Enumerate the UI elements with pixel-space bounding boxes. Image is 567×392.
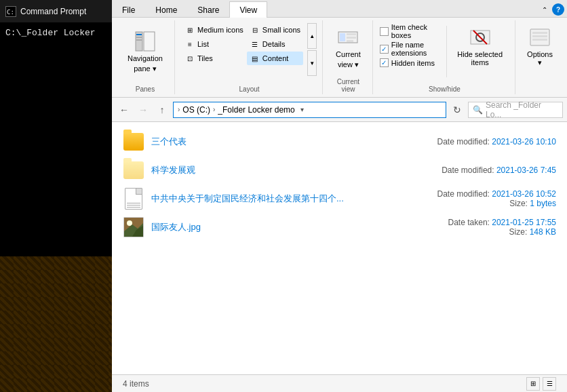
minimize-ribbon-btn[interactable]: ⌃	[539, 3, 551, 16]
svg-rect-16	[532, 32, 547, 34]
nav-pane-sublabel: pane ▾	[134, 64, 157, 73]
list-item[interactable]: 三个代表 Date modified: 2021-03-26 10:10	[112, 128, 567, 156]
nav-pane-button[interactable]: Navigation pane ▾	[121, 27, 169, 77]
meta-date: 2021-01-25	[492, 218, 533, 227]
meta-time: 10:52	[536, 189, 556, 199]
list-item[interactable]: 中共中央关于制定国民经济和社会发展第十四个... Date modified: …	[112, 184, 567, 213]
ribbon-group-options: Options ▾ _	[517, 20, 563, 94]
showhide-group-content: Item check boxes ✓ File name extensions …	[380, 20, 509, 83]
breadcrumb-arrow-icon: ›	[213, 106, 215, 113]
layout-content[interactable]: ▤ Content	[247, 52, 303, 65]
tiles-icon: ⊡	[184, 53, 195, 64]
layout-group-label: Layout	[182, 83, 317, 94]
document-icon	[123, 188, 144, 210]
back-button[interactable]: ←	[116, 102, 132, 118]
meta-label: Date modified:	[437, 189, 490, 199]
ribbon-group-layout: ⊞ Medium icons ⊟ Small icons ≡ List ☰	[176, 20, 323, 94]
item-checkboxes-option[interactable]: Item check boxes	[380, 23, 442, 39]
size-value: 148 KB	[530, 227, 556, 237]
meta-time: 10:10	[536, 137, 556, 146]
item-checkboxes-cb	[380, 27, 389, 36]
meta-label: Date modified:	[442, 165, 494, 175]
layout-medium-icons[interactable]: ⊞ Medium icons	[182, 23, 246, 37]
image-thumbnail	[123, 217, 144, 237]
grid-view-button[interactable]: ⊞	[526, 377, 540, 391]
path-folder[interactable]: _Folder Locker demo	[218, 105, 294, 115]
folder-yellow-icon	[123, 133, 144, 151]
list-item[interactable]: 科学发展观 Date modified: 2021-03-26 7:45	[112, 156, 567, 184]
cmd-titlebar: C: Command Prompt	[0, 0, 112, 22]
tab-share[interactable]: Share	[187, 1, 229, 18]
tab-file[interactable]: File	[112, 1, 145, 18]
file-meta: Date modified: 2021-03-26 10:52 Size: 1 …	[437, 189, 556, 208]
current-view-button[interactable]: Current view ▾	[330, 23, 367, 73]
nav-pane-icon	[134, 31, 156, 52]
meta-label: Date modified:	[437, 137, 490, 146]
layout-scroll-down[interactable]: ▼	[307, 50, 317, 76]
address-input[interactable]: › OS (C:) › _Folder Locker demo ▾	[173, 102, 446, 118]
hide-selected-label: Hide selected items	[455, 50, 505, 66]
view-toggle: ⊞ ☰	[526, 377, 556, 391]
status-bar: 4 items ⊞ ☰	[112, 374, 567, 392]
hidden-items-cb: ✓	[380, 58, 389, 67]
forward-button[interactable]: →	[135, 102, 151, 118]
meta-time: 17:55	[536, 218, 556, 227]
meta-row: Date modified: 2021-03-26 10:52	[437, 189, 556, 199]
doc-icon-shape	[125, 188, 142, 210]
file-name: 中共中央关于制定国民经济和社会发展第十四个...	[151, 193, 431, 205]
image-icon	[123, 216, 144, 238]
tab-view[interactable]: View	[229, 1, 267, 18]
current-view-sublabel: view ▾	[338, 60, 359, 69]
file-meta: Date taken: 2021-01-25 17:55 Size: 148 K…	[448, 218, 556, 237]
svg-rect-10	[347, 37, 356, 39]
panes-group-label: Panes	[121, 83, 169, 94]
options-button[interactable]: Options ▾	[522, 23, 558, 71]
hidden-items-option[interactable]: ✓ Hidden items	[380, 58, 442, 67]
refresh-button[interactable]: ↻	[449, 102, 465, 118]
options-icon	[529, 26, 551, 48]
ribbon: File Home Share View ⌃ ?	[112, 0, 567, 98]
tab-home[interactable]: Home	[145, 1, 187, 18]
tab-controls: ⌃ ?	[536, 2, 567, 17]
file-meta: Date modified: 2021-03-26 7:45	[442, 165, 556, 175]
layout-small-icons[interactable]: ⊟ Small icons	[247, 23, 303, 37]
doc-lines	[127, 203, 140, 208]
layout-scroll-up[interactable]: ▲	[307, 23, 317, 49]
file-name-extensions-option[interactable]: ✓ File name extensions	[380, 41, 442, 57]
layout-list[interactable]: ≡ List	[182, 37, 246, 51]
list-view-button[interactable]: ☰	[543, 377, 556, 391]
breadcrumb-separator-icon: ›	[178, 106, 180, 113]
layout-details[interactable]: ☰ Details	[247, 37, 303, 51]
path-root[interactable]: OS (C:)	[182, 105, 210, 115]
showhide-items: Item check boxes ✓ File name extensions …	[380, 23, 442, 67]
ribbon-group-current-view: Current view ▾ Current view	[324, 20, 373, 94]
address-dropdown-icon[interactable]: ▾	[298, 106, 307, 113]
current-view-content: Current view ▾	[330, 20, 367, 75]
list-item[interactable]: 国际友人.jpg Date taken: 2021-01-25 17:55 Si…	[112, 213, 567, 241]
search-placeholder: Search _Folder Lo...	[486, 100, 558, 119]
options-label: Options ▾	[527, 50, 553, 67]
meta-row: Date taken: 2021-01-25 17:55	[448, 218, 556, 227]
size-row: Size: 1 bytes	[437, 199, 556, 208]
doc-line	[127, 203, 140, 203]
cmd-title: Command Prompt	[20, 7, 86, 16]
meta-date: 2021-03-26	[492, 137, 533, 146]
help-btn[interactable]: ?	[552, 3, 564, 16]
cmd-content: C:\_Folder Locker	[0, 22, 112, 256]
svg-rect-9	[347, 33, 356, 35]
folder-icon	[123, 159, 144, 181]
layout-group-content: ⊞ Medium icons ⊟ Small icons ≡ List ☰	[182, 20, 317, 83]
cmd-icon: C:	[5, 6, 16, 17]
current-view-icon	[337, 26, 359, 48]
layout-tiles[interactable]: ⊡ Tiles	[182, 52, 246, 65]
divider	[446, 26, 447, 77]
ribbon-content: Navigation pane ▾ Panes ⊞ Medium icons	[112, 18, 567, 97]
svg-rect-18	[532, 39, 547, 41]
search-box[interactable]: 🔍 Search _Folder Lo...	[468, 102, 563, 118]
small-icons-icon: ⊟	[250, 24, 260, 35]
up-button[interactable]: ↑	[154, 102, 170, 118]
hide-selected-button[interactable]: Hide selected items	[450, 23, 509, 70]
file-name: 国际友人.jpg	[151, 221, 442, 233]
file-name: 科学发展观	[151, 164, 435, 176]
file-list: 三个代表 Date modified: 2021-03-26 10:10 科学发…	[112, 122, 567, 374]
